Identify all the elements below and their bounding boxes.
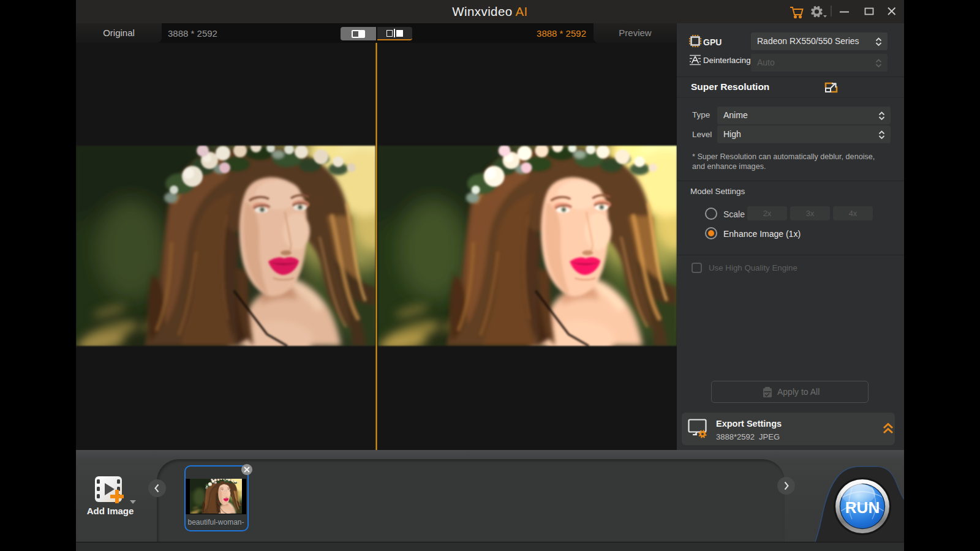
- svg-text:RUN: RUN: [845, 498, 880, 517]
